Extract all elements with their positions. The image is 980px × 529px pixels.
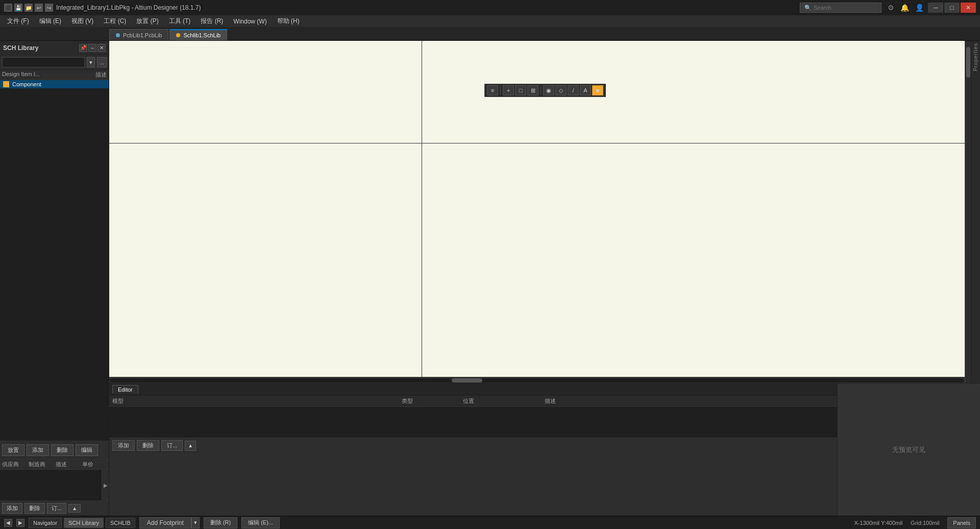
supplier-col-desc: 描述 (56, 461, 80, 468)
folder-icon[interactable]: 📁 (24, 4, 33, 12)
model-remove-button[interactable]: 删除 (137, 440, 159, 451)
edit-button[interactable]: 编辑 (E)... (241, 517, 280, 528)
component-name: Component (12, 81, 41, 87)
scrollbar-thumb-h[interactable] (452, 378, 482, 382)
delete-button[interactable]: 删除 (R) (204, 517, 237, 528)
canvas-scrollbar-horizontal[interactable] (109, 377, 965, 383)
place-button[interactable]: 放置 (2, 444, 24, 456)
edit-component-button[interactable]: 编辑 (76, 444, 98, 456)
model-order-button[interactable]: 订... (161, 440, 183, 451)
filter-options-button[interactable]: ... (97, 57, 107, 67)
supplier-remove-button[interactable]: 删除 (24, 503, 45, 514)
editor-toolbar: ≡ + □ ⊞ ◉ ◇ / A ■ (484, 84, 606, 97)
menu-view[interactable]: 视图 (V) (66, 15, 99, 27)
menu-edit[interactable]: 编辑 (E) (34, 15, 66, 27)
settings-icon[interactable]: ⚙ (888, 4, 894, 12)
list-item[interactable]: Component (0, 80, 109, 88)
search-box[interactable]: 🔍 (800, 3, 881, 13)
remove-component-button[interactable]: 删除 (51, 444, 74, 456)
toolbar-line-button[interactable]: / (568, 85, 579, 95)
model-table-body[interactable] (109, 407, 837, 438)
filter-row: ▾ ... (0, 55, 109, 70)
nav-prev-button[interactable]: ◀ (4, 519, 12, 527)
left-panel: SCH Library 📌 – ✕ ▾ ... Design Item I...… (0, 41, 109, 516)
title-bar: ⬛ 💾 📁 ↩ ↪ Integrated_Library1.LibPkg - A… (0, 0, 980, 15)
toolbar-add-button[interactable]: + (503, 85, 514, 95)
menu-window[interactable]: Window (W) (228, 15, 272, 27)
toolbar-fill-button[interactable]: ■ (592, 85, 603, 95)
menu-report[interactable]: 报告 (R) (195, 15, 228, 27)
scrollbar-thumb-v[interactable] (966, 47, 970, 78)
search-icon: 🔍 (804, 5, 812, 11)
editor-tab-bar: Editor (109, 383, 837, 396)
status-bar: ◀ ▶ Navigator SCH Library SCHLIB Add Foo… (0, 516, 980, 529)
add-component-button[interactable]: 添加 (27, 444, 49, 456)
menu-place[interactable]: 放置 (P) (131, 15, 163, 27)
app-icon: ⬛ (4, 4, 12, 12)
model-add-button[interactable]: 添加 (112, 440, 135, 451)
editor-lower-left: Editor 模型 类型 位置 描述 添加 删除 订... ▲ (109, 383, 837, 516)
toolbar-rect-button[interactable]: □ (515, 85, 526, 95)
crosshair-horizontal (109, 143, 965, 143)
supplier-add-button[interactable]: 添加 (2, 503, 22, 514)
close-button[interactable]: ✕ (961, 3, 976, 13)
properties-label[interactable]: Properties (973, 43, 978, 71)
toolbar-text-button[interactable]: A (580, 85, 591, 95)
menu-tools[interactable]: 工具 (T) (164, 15, 196, 27)
supplier-list[interactable]: ▶ (0, 470, 109, 500)
toolbar-circle-button[interactable]: ◉ (543, 85, 554, 95)
status-tab-schlib[interactable]: SCHLIB (106, 518, 135, 528)
toolbar-grid-button[interactable]: ⊞ (527, 85, 538, 95)
save-icon[interactable]: 💾 (14, 4, 22, 12)
menu-help[interactable]: 帮助 (H) (272, 15, 305, 27)
panel-header-buttons: 📌 – ✕ (79, 44, 106, 52)
menu-file[interactable]: 文件 (F) (2, 15, 34, 27)
status-tab-navigator[interactable]: Navigator (29, 518, 62, 528)
model-col-type: 类型 (402, 397, 463, 405)
supplier-col-manufacturer: 制造商 (29, 461, 53, 468)
component-list[interactable]: Component (0, 80, 109, 441)
user-icon[interactable]: 👤 (915, 4, 924, 12)
menu-project[interactable]: 工程 (C) (99, 15, 131, 27)
search-input[interactable] (814, 5, 880, 11)
tab-sch-dot (176, 33, 180, 37)
grid-display: Grid:100mil (911, 520, 939, 526)
window-icon-group: ⬛ 💾 📁 ↩ ↪ (4, 4, 53, 12)
redo-icon[interactable]: ↪ (45, 4, 53, 12)
minimize-button[interactable]: ─ (928, 3, 943, 13)
supplier-order-button[interactable]: 订... (47, 503, 66, 514)
add-footprint-group: Add Footprint ▾ (139, 517, 200, 528)
model-table: 模型 类型 位置 描述 (109, 396, 837, 438)
supplier-up-button[interactable]: ▲ (68, 504, 81, 513)
maximize-button[interactable]: □ (944, 3, 960, 13)
toolbar-filter-button[interactable]: ≡ (487, 85, 498, 95)
supplier-scroll-right[interactable]: ▶ (102, 470, 109, 500)
panel-close-button[interactable]: ✕ (97, 44, 106, 52)
model-col-model: 模型 (112, 397, 402, 405)
add-footprint-dropdown-button[interactable]: ▾ (191, 517, 200, 528)
canvas-scrollbar-vertical[interactable] (965, 41, 971, 383)
tab-schlib[interactable]: Schlib1.SchLib (169, 29, 227, 40)
tab-pcb-dot (116, 33, 120, 37)
panels-button[interactable]: Panels (947, 517, 976, 528)
component-icon (3, 81, 9, 87)
notification-icon[interactable]: 🔔 (900, 4, 909, 12)
coordinates-display: X-1300mil Y:400mil (854, 520, 903, 526)
panel-minimize-button[interactable]: – (88, 44, 96, 52)
filter-input[interactable] (2, 57, 85, 67)
model-table-header: 模型 类型 位置 描述 (109, 396, 837, 407)
toolbar-separator-1 (500, 86, 501, 95)
status-tab-sch-library[interactable]: SCH Library (64, 518, 104, 528)
filter-dropdown-button[interactable]: ▾ (87, 57, 95, 67)
undo-icon[interactable]: ↩ (35, 4, 43, 12)
toolbar-diamond-button[interactable]: ◇ (555, 85, 567, 95)
model-up-button[interactable]: ▲ (185, 441, 196, 451)
tab-pcblib[interactable]: PcbLib1.PcbLib (109, 29, 168, 40)
add-footprint-button[interactable]: Add Footprint (139, 517, 191, 528)
canvas-area: ≡ + □ ⊞ ◉ ◇ / A ■ (109, 41, 965, 383)
nav-next-button[interactable]: ▶ (16, 519, 24, 527)
editor-tab[interactable]: Editor (112, 385, 138, 394)
tabs-row: PcbLib1.PcbLib Schlib1.SchLib (0, 28, 980, 41)
panel-pin-button[interactable]: 📌 (79, 44, 87, 52)
scrollbar-track-h[interactable] (110, 378, 964, 382)
